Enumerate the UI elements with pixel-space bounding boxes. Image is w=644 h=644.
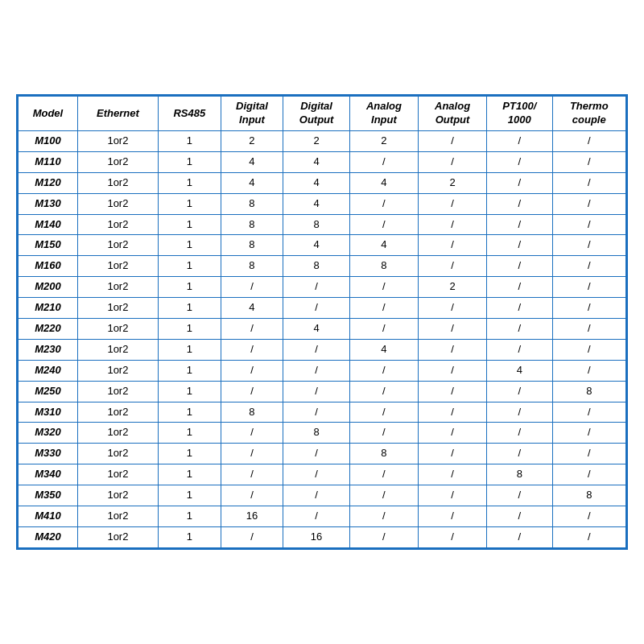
data-cell: / xyxy=(418,423,486,444)
model-cell: M410 xyxy=(19,506,78,527)
spec-table: Model Ethernet RS485 DigitalInput Digita… xyxy=(18,96,626,548)
data-cell: 4 xyxy=(283,319,350,340)
data-cell: 1or2 xyxy=(77,402,158,423)
col-header-model: Model xyxy=(19,97,78,131)
data-cell: / xyxy=(487,277,552,298)
model-cell: M120 xyxy=(19,172,78,193)
data-cell: 1 xyxy=(159,298,221,319)
data-cell: 1 xyxy=(159,381,221,402)
data-cell: 1 xyxy=(159,214,221,235)
data-cell: / xyxy=(349,319,418,340)
data-cell: / xyxy=(221,485,283,506)
data-cell: / xyxy=(349,298,418,319)
data-cell: 1 xyxy=(159,339,221,360)
data-cell: / xyxy=(349,526,418,547)
table-row: M3401or21////8/ xyxy=(19,464,626,485)
data-cell: 1or2 xyxy=(77,277,158,298)
data-cell: / xyxy=(487,444,552,464)
data-cell: / xyxy=(418,464,486,485)
data-cell: 8 xyxy=(221,256,283,277)
data-cell: 8 xyxy=(221,235,283,256)
data-cell: / xyxy=(221,381,283,402)
data-cell: / xyxy=(552,214,625,235)
data-cell: 1 xyxy=(159,193,221,214)
data-cell: / xyxy=(552,151,625,172)
data-cell: / xyxy=(283,298,350,319)
model-cell: M140 xyxy=(19,214,78,235)
table-row: M1601or21888/// xyxy=(19,256,626,277)
data-cell: / xyxy=(487,381,552,402)
data-cell: 8 xyxy=(221,402,283,423)
data-cell: / xyxy=(552,235,625,256)
data-cell: / xyxy=(418,193,486,214)
data-cell: / xyxy=(418,256,486,277)
data-cell: 4 xyxy=(283,151,350,172)
model-cell: M220 xyxy=(19,319,78,340)
data-cell: / xyxy=(221,423,283,444)
table-row: M2001or21///2// xyxy=(19,277,626,298)
data-cell: 1or2 xyxy=(77,444,158,464)
data-cell: / xyxy=(552,402,625,423)
col-header-ethernet: Ethernet xyxy=(77,97,158,131)
data-cell: 1 xyxy=(159,485,221,506)
col-header-thermocouple: Thermocouple xyxy=(552,97,625,131)
data-cell: / xyxy=(552,277,625,298)
data-cell: 4 xyxy=(487,360,552,381)
table-row: M4101or2116///// xyxy=(19,506,626,527)
data-cell: 1or2 xyxy=(77,339,158,360)
data-cell: / xyxy=(221,319,283,340)
table-row: M1201or214442// xyxy=(19,172,626,193)
data-cell: / xyxy=(221,526,283,547)
data-cell: / xyxy=(487,319,552,340)
data-cell: / xyxy=(418,506,486,527)
table-row: M3101or218///// xyxy=(19,402,626,423)
data-cell: / xyxy=(487,526,552,547)
data-cell: / xyxy=(418,526,486,547)
table-row: M4201or21/16//// xyxy=(19,526,626,547)
data-cell: 1 xyxy=(159,130,221,151)
data-cell: / xyxy=(349,423,418,444)
data-cell: / xyxy=(552,526,625,547)
table-row: M2501or21/////8 xyxy=(19,381,626,402)
data-cell: / xyxy=(283,506,350,527)
data-cell: / xyxy=(487,193,552,214)
data-cell: / xyxy=(283,360,350,381)
data-cell: / xyxy=(552,506,625,527)
data-cell: / xyxy=(349,277,418,298)
col-header-digital-output: DigitalOutput xyxy=(283,97,350,131)
data-cell: / xyxy=(418,214,486,235)
data-cell: 8 xyxy=(552,485,625,506)
model-cell: M100 xyxy=(19,130,78,151)
data-cell: / xyxy=(283,444,350,464)
data-cell: / xyxy=(552,298,625,319)
table-row: M3501or21/////8 xyxy=(19,485,626,506)
data-cell: / xyxy=(418,381,486,402)
data-cell: / xyxy=(283,381,350,402)
data-cell: / xyxy=(349,360,418,381)
model-cell: M240 xyxy=(19,360,78,381)
data-cell: 1or2 xyxy=(77,256,158,277)
data-cell: 4 xyxy=(349,235,418,256)
data-cell: 2 xyxy=(418,277,486,298)
table-row: M1001or21222/// xyxy=(19,130,626,151)
data-cell: / xyxy=(349,214,418,235)
data-cell: / xyxy=(487,151,552,172)
data-cell: 2 xyxy=(349,130,418,151)
data-cell: / xyxy=(418,235,486,256)
data-cell: 8 xyxy=(221,193,283,214)
data-cell: / xyxy=(349,381,418,402)
col-header-digital-input: DigitalInput xyxy=(221,97,283,131)
data-cell: 1or2 xyxy=(77,235,158,256)
model-cell: M150 xyxy=(19,235,78,256)
data-cell: / xyxy=(283,485,350,506)
data-cell: / xyxy=(487,214,552,235)
data-cell: 1or2 xyxy=(77,151,158,172)
data-cell: 1 xyxy=(159,402,221,423)
table-row: M2101or214///// xyxy=(19,298,626,319)
data-cell: 4 xyxy=(283,235,350,256)
data-cell: / xyxy=(552,256,625,277)
data-cell: / xyxy=(221,360,283,381)
data-cell: 1or2 xyxy=(77,298,158,319)
data-cell: / xyxy=(487,402,552,423)
data-cell: / xyxy=(487,423,552,444)
